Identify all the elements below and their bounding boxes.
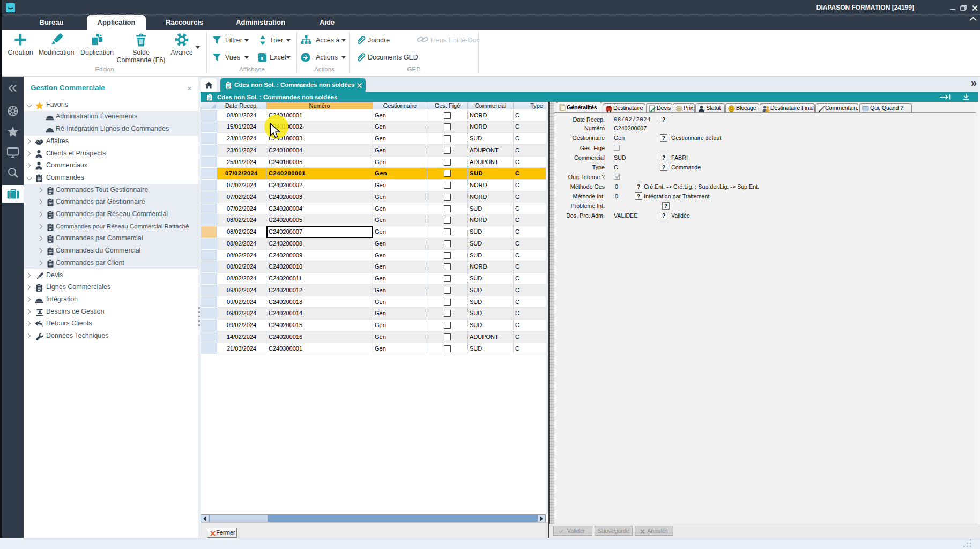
svg-text:x: x (261, 55, 264, 61)
